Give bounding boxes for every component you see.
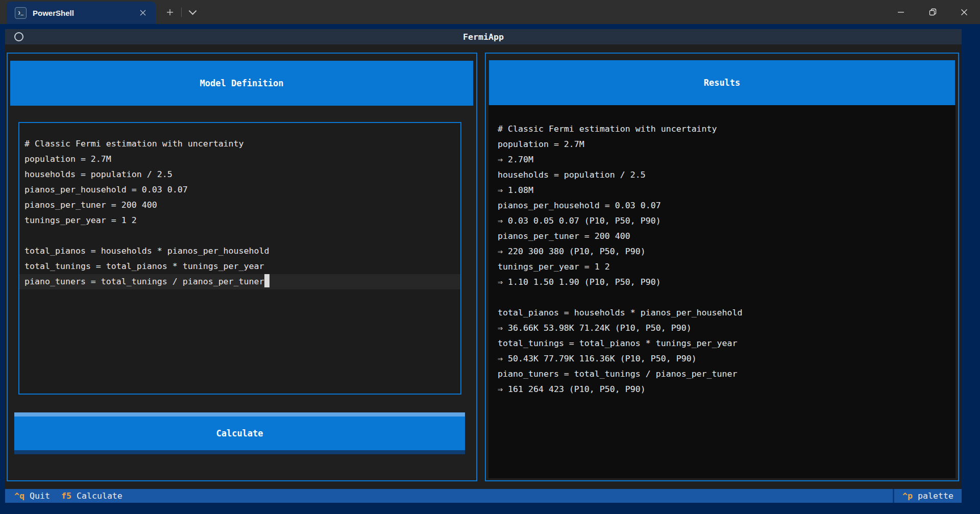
log-line: pianos_per_household = 0.03 0.07 <box>493 198 955 213</box>
log-line: ⇒ 0.03 0.05 0.07 (P10, P50, P90) <box>493 213 955 229</box>
calculate-button[interactable]: Calculate <box>14 412 465 454</box>
log-line: ⇒ 2.70M <box>493 152 955 167</box>
window-controls <box>885 0 980 24</box>
log-line: ⇒ 1.08M <box>493 183 955 198</box>
editor-line: tunings_per_year = 1 2 <box>19 213 460 228</box>
log-line: ⇒ 36.66K 53.98K 71.24K (P10, P50, P90) <box>493 321 955 336</box>
minimize-icon <box>897 9 904 16</box>
log-line: pianos_per_tuner = 200 400 <box>493 229 955 244</box>
text-cursor <box>264 274 270 287</box>
editor-line: pianos_per_household = 0.03 0.07 <box>19 182 460 198</box>
tab-bar-separator <box>181 8 182 17</box>
editor-line: pianos_per_tuner = 200 400 <box>19 198 460 213</box>
log-line: ⇒ 50.43K 77.79K 116.36K (P10, P50, P90) <box>493 351 955 366</box>
binding-label: Quit <box>30 491 50 501</box>
key-label: f5 <box>61 491 71 501</box>
tab-dropdown-button[interactable] <box>184 4 201 20</box>
restore-icon <box>929 8 937 16</box>
editor-line: total_pianos = households * pianos_per_h… <box>19 243 460 259</box>
key-label: ^p <box>902 489 913 503</box>
editor-line: piano_tuners = total_tunings / pianos_pe… <box>19 274 460 289</box>
log-line: tunings_per_year = 1 2 <box>493 259 955 275</box>
close-icon <box>961 9 968 16</box>
key-label: ^q <box>14 491 24 501</box>
restore-button[interactable] <box>917 0 948 24</box>
chevron-down-icon <box>188 7 197 15</box>
tab-close-button[interactable] <box>136 6 150 19</box>
binding-label: Calculate <box>77 491 122 501</box>
log-line: population = 2.7M <box>493 137 955 152</box>
close-icon <box>140 10 146 16</box>
footer-bindings: ^qQuit f5Calculate <box>5 489 134 503</box>
results-panel: Results # Classic Fermi estimation with … <box>485 53 959 481</box>
log-line: total_pianos = households * pianos_per_h… <box>493 305 955 321</box>
screen: ❯_ PowerShell <box>0 0 980 514</box>
editor-line <box>19 228 460 243</box>
log-line: ⇒ 220 300 380 (P10, P50, P90) <box>493 244 955 259</box>
editor-line: total_tunings = total_pianos * tunings_p… <box>19 259 460 274</box>
editor-line: # Classic Fermi estimation with uncertai… <box>19 136 460 152</box>
tab-title: PowerShell <box>33 9 74 17</box>
app-main: Model Definition # Classic Fermi estimat… <box>5 44 962 489</box>
binding-label: palette <box>918 489 953 503</box>
model-editor-textarea[interactable]: # Classic Fermi estimation with uncertai… <box>18 122 461 395</box>
editor-line: population = 2.7M <box>19 152 460 167</box>
footer-binding-palette[interactable]: ^ppalette <box>893 489 962 503</box>
footer-binding-quit[interactable]: ^qQuit <box>14 489 50 503</box>
editor-line: households = population / 2.5 <box>19 167 460 182</box>
plus-icon <box>166 9 174 16</box>
model-definition-panel: Model Definition # Classic Fermi estimat… <box>7 53 477 481</box>
results-log[interactable]: # Classic Fermi estimation with uncertai… <box>488 105 955 478</box>
close-window-button[interactable] <box>948 0 980 24</box>
app-footer: ^qQuit f5Calculate ^ppalette <box>5 489 962 503</box>
app-header: FermiApp <box>5 29 962 44</box>
app-title: FermiApp <box>5 32 962 42</box>
log-line: ⇒ 161 264 423 (P10, P50, P90) <box>493 382 955 397</box>
log-line: total_tunings = total_pianos * tunings_p… <box>493 336 955 351</box>
powershell-icon: ❯_ <box>15 7 27 19</box>
minimize-button[interactable] <box>885 0 917 24</box>
log-line: ⇒ 1.10 1.50 1.90 (P10, P50, P90) <box>493 275 955 290</box>
results-title: Results <box>489 60 955 105</box>
log-line: households = population / 2.5 <box>493 167 955 183</box>
log-line <box>493 290 955 305</box>
model-definition-title: Model Definition <box>10 61 473 106</box>
log-line: piano_tuners = total_tunings / pianos_pe… <box>493 366 955 382</box>
terminal-titlebar: ❯_ PowerShell <box>0 0 980 24</box>
new-tab-button[interactable] <box>161 4 179 20</box>
terminal-tab-powershell[interactable]: ❯_ PowerShell <box>7 2 156 24</box>
footer-binding-calculate[interactable]: f5Calculate <box>61 489 122 503</box>
log-line: # Classic Fermi estimation with uncertai… <box>493 121 955 137</box>
